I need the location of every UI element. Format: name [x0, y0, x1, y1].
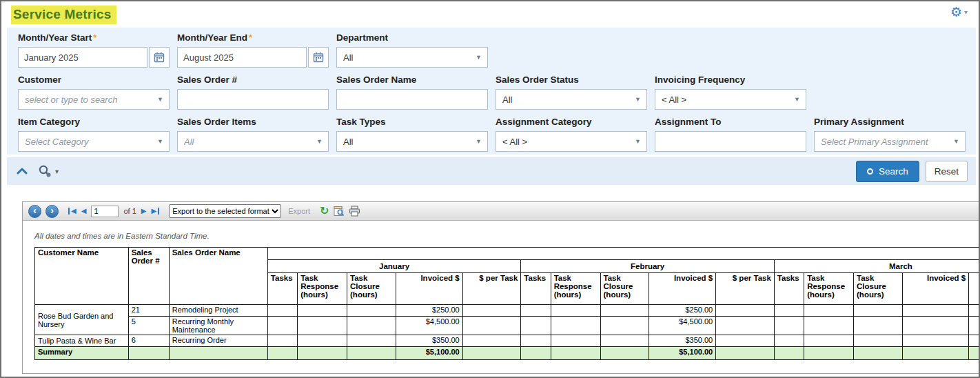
cell [716, 347, 775, 360]
print-preview-icon[interactable] [333, 206, 345, 217]
export-format-select[interactable]: Export to the selected format [169, 204, 281, 218]
cell [298, 317, 347, 335]
field-label-text: Primary Assignment [814, 117, 904, 127]
filter-row-1: Month/Year Start* Month/Year End* [18, 31, 976, 68]
report-toolbar: ‹ › ◀ ◀ of 1 ▶ ▶ Export to the selected … [23, 202, 980, 221]
gear-icon[interactable]: ⚙ [950, 6, 962, 19]
settings-menu-button[interactable]: ⚙ ▾ [950, 6, 968, 19]
sales-order-number-cell: 21 [128, 305, 169, 317]
metric-header-tasks: Tasks [774, 273, 804, 305]
customer-select[interactable]: select or type to search ▼ [18, 89, 170, 110]
page-number-input[interactable] [91, 206, 119, 217]
sales-order-number-cell: 5 [128, 317, 169, 335]
month-year-end-input[interactable] [177, 47, 307, 68]
select-placeholder: Select Category [25, 137, 154, 147]
assignment-category-select[interactable]: < All > ▼ [496, 131, 647, 152]
sales-order-name-cell: Remodeling Project [169, 305, 267, 317]
refresh-icon[interactable]: ↻ [320, 206, 329, 217]
sales-order-number-input[interactable] [177, 89, 329, 110]
caret-down-icon: ▾ [964, 8, 968, 16]
sales-order-status-select[interactable]: All ▼ [496, 89, 647, 110]
field-label-text: Customer [18, 74, 61, 85]
last-page-button[interactable]: ▶ [151, 208, 159, 215]
cell [462, 317, 521, 335]
next-page-button[interactable]: ▶ [141, 208, 147, 215]
task-types-select[interactable]: All ▼ [336, 131, 488, 152]
search-button[interactable]: Search [856, 161, 919, 182]
cell [462, 305, 521, 317]
chevron-down-icon: ▼ [476, 138, 482, 145]
metric-header-task-response: Task Response (hours) [551, 273, 600, 305]
metric-header-tasks: Tasks [521, 273, 551, 305]
cell [969, 317, 980, 335]
search-button-label: Search [879, 166, 908, 177]
first-page-button[interactable]: ◀ [68, 208, 76, 215]
filter-panel: Month/Year Start* Month/Year End* [7, 28, 976, 155]
department-select[interactable]: All ▼ [336, 47, 488, 68]
timezone-note: All dates and times are in Eastern Stand… [34, 232, 980, 240]
saved-search-button[interactable]: ▾ [37, 164, 59, 178]
sales-order-name-cell: Recurring Monthly Maintenance [169, 317, 267, 335]
sales-order-name-cell: Recurring Order [169, 335, 267, 347]
filter-field-sales-order-items: Sales Order Items All ▼ [177, 115, 329, 152]
field-label: Month/Year Start* [18, 32, 170, 43]
chevron-down-icon: ▼ [157, 138, 163, 145]
cell [347, 305, 396, 317]
table-row: 5 Recurring Monthly Maintenance $4,500.0… [35, 317, 980, 335]
print-icon[interactable] [349, 206, 360, 217]
calendar-button[interactable] [149, 47, 170, 68]
month-header-february: February [521, 260, 775, 273]
filter-field-customer: Customer select or type to search ▼ [18, 73, 170, 110]
cell [347, 317, 396, 335]
field-label: Sales Order Items [177, 117, 329, 127]
metrics-table: Customer Name Sales Order # Sales Order … [34, 247, 980, 360]
cell [774, 335, 804, 347]
invoiced-cell: $4,500.00 [396, 317, 462, 335]
cell [462, 347, 521, 360]
invoiced-cell: $250.00 [396, 305, 462, 317]
field-label: Department [336, 32, 488, 43]
invoicing-frequency-select[interactable]: < All > ▼ [655, 89, 806, 110]
report-viewer: ‹ › ◀ ◀ of 1 ▶ ▶ Export to the selected … [22, 201, 980, 374]
filter-field-month-year-end: Month/Year End* [177, 31, 329, 68]
reset-button[interactable]: Reset [926, 161, 968, 182]
forward-button[interactable]: › [45, 205, 59, 218]
month-year-start-input[interactable] [18, 47, 147, 68]
collapse-filters-button[interactable] [17, 168, 28, 175]
cell [267, 335, 297, 347]
item-category-select[interactable]: Select Category ▼ [18, 131, 170, 152]
header-top-row: Customer Name Sales Order # Sales Order … [35, 248, 980, 260]
cell [854, 347, 903, 360]
export-link[interactable]: Export [288, 207, 310, 215]
calendar-button[interactable] [308, 47, 329, 68]
cell [267, 305, 297, 317]
cell [462, 335, 521, 347]
filter-field-item-category: Item Category Select Category ▼ [18, 115, 170, 152]
header-blank-cell [267, 248, 980, 260]
cell [716, 317, 775, 335]
assignment-to-input[interactable] [655, 131, 806, 152]
field-label-text: Department [336, 32, 388, 43]
page-count-label: of 1 [123, 207, 136, 215]
sales-order-items-select[interactable]: All ▼ [177, 131, 329, 152]
service-metrics-page: Service Metrics ⚙ ▾ Month/Year Start* Mo… [0, 0, 980, 378]
back-button[interactable]: ‹ [28, 205, 41, 218]
field-label: Item Category [18, 117, 170, 127]
filter-row-3: Item Category Select Category ▼ Sales Or… [18, 115, 976, 152]
customer-name-cell: Tulip Pasta & Wine Bar [35, 335, 129, 347]
cell [854, 335, 903, 347]
prev-page-button[interactable]: ◀ [81, 208, 87, 215]
column-header-sales-order-number: Sales Order # [128, 248, 169, 305]
sales-order-number-cell: 6 [128, 335, 169, 347]
field-label: Sales Order # [177, 74, 329, 85]
invoiced-cell: $350.00 [649, 335, 716, 347]
cell [600, 317, 649, 335]
cell [774, 317, 804, 335]
primary-assignment-select[interactable]: Select Primary Assignment ▼ [814, 131, 966, 152]
chevron-down-icon: ▼ [635, 96, 641, 103]
metric-header-per-task: $ per Task [462, 273, 521, 305]
cell [600, 335, 649, 347]
chevron-down-icon: ▼ [316, 138, 323, 145]
sales-order-name-input[interactable] [336, 89, 488, 110]
calendar-icon [313, 52, 324, 63]
